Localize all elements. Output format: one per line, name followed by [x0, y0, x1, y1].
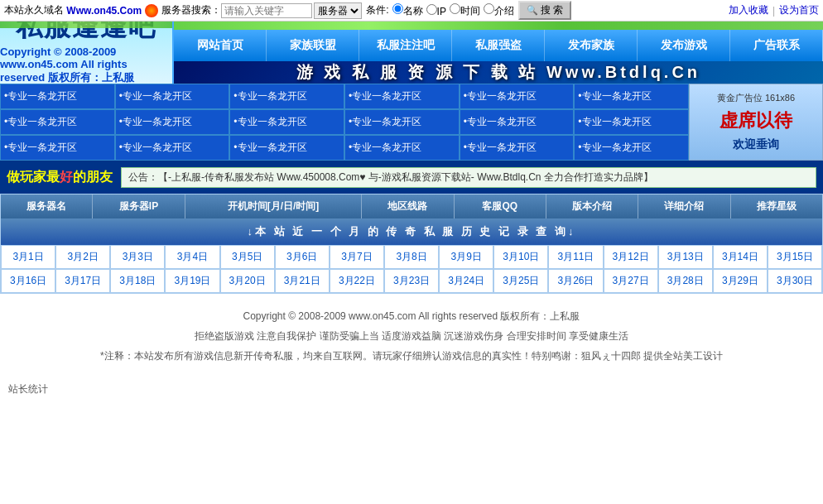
ad-cell[interactable]: •专业一条龙开区	[115, 135, 230, 161]
logo-url: Copyright © 2008-2009 www.on45.com All r…	[0, 46, 172, 84]
nav-menu: 网站首页 家族联盟 私服注注吧 私服强盗 发布家族 发布游戏 广告联系	[174, 30, 823, 61]
server-table-section: 服务器名 服务器IP 开机时间[月/日/时间] 地区线路 客服QQ 版本介绍 详…	[0, 194, 823, 294]
ad-cell[interactable]: •专业一条龙开区	[229, 84, 344, 109]
date-cell[interactable]: 3月8日	[384, 245, 439, 269]
radio-name-label[interactable]: 名称	[392, 3, 423, 18]
banner-area: 游 戏 私 服 资 源 下 载 站 Www.Btdlq.Cn	[174, 61, 823, 84]
radio-name[interactable]	[392, 3, 403, 14]
radio-time[interactable]	[450, 3, 460, 14]
nav-register[interactable]: 私服注注吧	[359, 30, 452, 61]
date-cell[interactable]: 3月26日	[548, 269, 603, 293]
date-cell[interactable]: 3月20日	[220, 269, 275, 293]
ad-cell[interactable]: •专业一条龙开区	[344, 135, 460, 161]
date-cell[interactable]: 3月12日	[604, 245, 658, 269]
date-cell[interactable]: 3月4日	[165, 245, 219, 269]
domain-icon	[145, 4, 158, 17]
condition-label: 条件:	[366, 3, 388, 17]
date-cell[interactable]: 3月13日	[658, 245, 713, 269]
stat-bar: 站长统计	[0, 378, 823, 401]
ad-row-2: •专业一条龙开区 •专业一条龙开区 •专业一条龙开区 •专业一条龙开区 •专业一…	[0, 109, 689, 135]
ad-cell[interactable]: •专业一条龙开区	[229, 109, 344, 135]
date-row-2: 3月16日 3月17日 3月18日 3月19日 3月20日 3月21日 3月22…	[1, 269, 822, 293]
date-cell[interactable]: 3月25日	[493, 269, 548, 293]
date-cell[interactable]: 3月15日	[768, 245, 822, 269]
friend-highlight: 好	[60, 170, 73, 184]
ad-right-main-text: 虚席以待	[720, 108, 792, 133]
date-cell[interactable]: 3月22日	[330, 269, 384, 293]
date-cell[interactable]: 3月14日	[713, 245, 768, 269]
date-cell[interactable]: 3月21日	[275, 269, 330, 293]
date-cell[interactable]: 3月28日	[658, 269, 713, 293]
col-server-ip: 服务器IP	[93, 194, 185, 218]
server-header-row: 服务器名 服务器IP 开机时间[月/日/时间] 地区线路 客服QQ 版本介绍 详…	[1, 194, 822, 218]
date-cell[interactable]: 3月1日	[1, 245, 55, 269]
footer-line2: 拒绝盗版游戏 注意自我保护 谨防受骗上当 适度游戏益脑 沉迷游戏伤身 合理安排时…	[8, 326, 815, 346]
ad-cell[interactable]: •专业一条龙开区	[460, 84, 575, 109]
ad-right-title: 黄金广告位 161x86	[717, 92, 795, 104]
col-stars: 推荐星级	[731, 194, 822, 218]
top-bar: 本站永久域名 Www.on45.Com 服务器搜索： 服务器 条件: 名称 IP…	[0, 0, 823, 22]
date-cell[interactable]: 3月2日	[55, 245, 110, 269]
bookmark-link[interactable]: 加入收藏	[729, 3, 768, 17]
col-version: 版本介绍	[546, 194, 638, 218]
ad-cell[interactable]: •专业一条龙开区	[115, 109, 230, 135]
date-cell[interactable]: 3月17日	[55, 269, 110, 293]
ad-section: •专业一条龙开区 •专业一条龙开区 •专业一条龙开区 •专业一条龙开区 •专业一…	[0, 84, 823, 161]
ad-cell[interactable]: •专业一条龙开区	[574, 135, 689, 161]
ad-cell[interactable]: •专业一条龙开区	[460, 135, 575, 161]
search-button[interactable]: 🔍 搜 索	[518, 1, 571, 20]
ad-row-3: •专业一条龙开区 •专业一条龙开区 •专业一条龙开区 •专业一条龙开区 •专业一…	[0, 135, 689, 161]
header: 私服逢逢吧 Copyright © 2008-2009 www.on45.com…	[0, 22, 823, 84]
col-open-time: 开机时间[月/日/时间]	[185, 194, 363, 218]
nav-banner-area: 网站首页 家族联盟 私服注注吧 私服强盗 发布家族 发布游戏 广告联系 游 戏 …	[174, 22, 823, 84]
ad-cell[interactable]: •专业一条龙开区	[115, 84, 230, 109]
nav-publish-game[interactable]: 发布游戏	[638, 30, 730, 61]
ad-cell[interactable]: •专业一条龙开区	[0, 109, 115, 135]
date-cell[interactable]: 3月9日	[439, 245, 493, 269]
ad-cell[interactable]: •专业一条龙开区	[229, 135, 344, 161]
nav-pirate[interactable]: 私服强盗	[452, 30, 545, 61]
date-cell[interactable]: 3月5日	[220, 245, 275, 269]
date-cell[interactable]: 3月23日	[384, 269, 439, 293]
search-label: 服务器搜索：	[161, 3, 221, 17]
nav-home[interactable]: 网站首页	[174, 30, 267, 61]
server-select[interactable]: 服务器	[314, 2, 362, 19]
radio-time-label[interactable]: 时间	[450, 3, 480, 18]
date-cell[interactable]: 3月18日	[110, 269, 165, 293]
ad-cell[interactable]: •专业一条龙开区	[574, 109, 689, 135]
radio-intro-label[interactable]: 介绍	[484, 3, 514, 18]
col-region: 地区线路	[362, 194, 454, 218]
date-cell[interactable]: 3月27日	[604, 269, 658, 293]
nav-publish-clan[interactable]: 发布家族	[545, 30, 638, 61]
date-cell[interactable]: 3月30日	[768, 269, 822, 293]
ad-grid: •专业一条龙开区 •专业一条龙开区 •专业一条龙开区 •专业一条龙开区 •专业一…	[0, 84, 689, 161]
date-cell[interactable]: 3月24日	[439, 269, 493, 293]
nav-ad[interactable]: 广告联系	[730, 30, 823, 61]
search-icon: 🔍	[527, 5, 538, 16]
date-cell[interactable]: 3月10日	[493, 245, 548, 269]
date-cell[interactable]: 3月3日	[110, 245, 165, 269]
friend-announce-bar: 做玩家最好的朋友 公告：【-上私服-传奇私服发布站 Www.450008.Com…	[0, 161, 823, 194]
date-cell[interactable]: 3月7日	[330, 245, 384, 269]
ad-right-block[interactable]: 黄金广告位 161x86 虚席以待 欢迎垂询	[689, 84, 823, 161]
date-cell[interactable]: 3月16日	[1, 269, 55, 293]
date-cell[interactable]: 3月19日	[165, 269, 219, 293]
date-cell[interactable]: 3月6日	[275, 245, 330, 269]
ad-cell[interactable]: •专业一条龙开区	[574, 84, 689, 109]
col-server-name: 服务器名	[1, 194, 93, 218]
radio-ip[interactable]	[426, 4, 437, 15]
radio-ip-label[interactable]: IP	[426, 4, 446, 17]
date-cell[interactable]: 3月11日	[548, 245, 603, 269]
homepage-link[interactable]: 设为首页	[779, 3, 819, 17]
ad-cell[interactable]: •专业一条龙开区	[344, 84, 460, 109]
ad-row-1: •专业一条龙开区 •专业一条龙开区 •专业一条龙开区 •专业一条龙开区 •专业一…	[0, 84, 689, 109]
ad-cell[interactable]: •专业一条龙开区	[0, 135, 115, 161]
radio-intro[interactable]	[484, 3, 494, 14]
date-cell[interactable]: 3月29日	[713, 269, 768, 293]
nav-clan[interactable]: 家族联盟	[267, 30, 359, 61]
friend-text: 做玩家最好的朋友	[7, 169, 113, 186]
ad-cell[interactable]: •专业一条龙开区	[344, 109, 460, 135]
search-input[interactable]	[221, 3, 312, 18]
ad-cell[interactable]: •专业一条龙开区	[460, 109, 575, 135]
ad-cell[interactable]: •专业一条龙开区	[0, 84, 115, 109]
